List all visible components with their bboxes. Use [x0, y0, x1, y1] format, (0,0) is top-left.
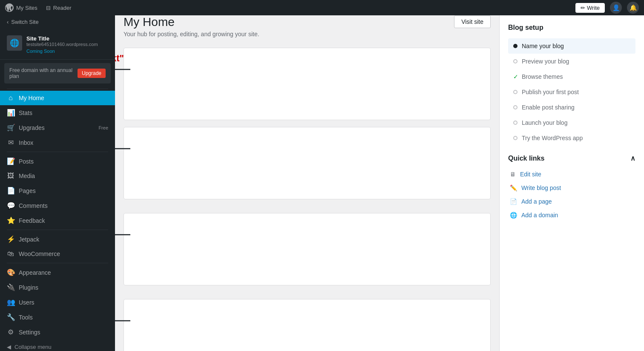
upgrade-button[interactable]: Upgrade	[78, 69, 106, 78]
sidebar-item-inbox[interactable]: ✉ Inbox	[0, 135, 115, 150]
nav-label-woocommerce: WooCommerce	[19, 250, 60, 257]
tools-icon: 🔧	[7, 313, 14, 321]
chevron-left-icon: ‹	[7, 19, 9, 25]
quick-link-label-add-domain: Add a domain	[521, 212, 558, 219]
layout: ‹ Switch Site 🌐 Site Title testsite64510…	[0, 15, 644, 351]
setup-dot-sharing	[513, 105, 518, 109]
nav-label-media: Media	[19, 173, 35, 179]
sidebar-item-pages[interactable]: 📄 Pages	[0, 183, 115, 198]
nav-divider-3	[7, 230, 108, 230]
my-sites-link[interactable]: My Sites	[5, 3, 37, 12]
setup-label-browse: Browse themes	[522, 73, 563, 80]
page-subtitle: Your hub for posting, editing, and growi…	[124, 31, 259, 37]
jetpack-icon: ⚡	[7, 235, 14, 243]
blog-setup-title: Blog setup	[508, 24, 635, 32]
setup-item-sharing[interactable]: Enable post sharing	[508, 100, 635, 115]
arrow-4-icon	[115, 312, 132, 329]
topbar-left: My Sites ⊟ Reader	[5, 3, 71, 12]
coming-soon-badge: Coming Soon	[26, 49, 55, 54]
users-icon: 👥	[7, 298, 14, 306]
my-sites-label: My Sites	[16, 5, 37, 11]
collapse-icon: ◀	[7, 344, 11, 350]
reader-icon: ⊟	[46, 5, 51, 11]
quick-link-label-write-post: Write blog post	[521, 184, 561, 191]
home-icon: ⌂	[7, 94, 14, 102]
sidebar-item-feedback[interactable]: ⭐ Feedback	[0, 213, 115, 228]
nav-label-comments: Comments	[19, 202, 48, 209]
setup-item-publish[interactable]: Publish your first post	[508, 84, 635, 100]
reader-link[interactable]: ⊟ Reader	[46, 5, 72, 11]
nav-divider-1	[7, 89, 108, 89]
sidebar: ‹ Switch Site 🌐 Site Title testsite64510…	[0, 15, 115, 351]
quick-link-add-page[interactable]: 📄 Add a page	[508, 195, 635, 208]
plugins-icon: 🔌	[7, 283, 14, 291]
sidebar-item-plugins[interactable]: 🔌 Plugins	[0, 280, 115, 295]
reader-label: Reader	[53, 5, 72, 11]
collapse-quick-links-icon[interactable]: ∧	[630, 154, 635, 162]
sidebar-item-tools[interactable]: 🔧 Tools	[0, 310, 115, 325]
nav-label-posts: Posts	[19, 158, 34, 165]
nav-label-plugins: Plugins	[19, 284, 38, 291]
pencil-icon: ✏	[581, 5, 585, 11]
sidebar-item-users[interactable]: 👥 Users	[0, 295, 115, 310]
sidebar-item-media[interactable]: 🖼 Media	[0, 169, 115, 183]
notifications-icon[interactable]: 🔔	[627, 2, 639, 14]
setup-label-launch: Launch your blog	[522, 119, 567, 126]
nav-label-tools: Tools	[19, 314, 33, 321]
quick-link-add-domain[interactable]: 🌐 Add a domain	[508, 208, 635, 222]
add-domain-icon: 🌐	[510, 212, 517, 219]
sidebar-item-upgrades[interactable]: 🛒 Upgrades Free	[0, 120, 115, 135]
quick-link-write-post[interactable]: ✏️ Write blog post	[508, 181, 635, 195]
nav-label-settings: Settings	[19, 329, 40, 336]
arrow-2-icon	[115, 140, 132, 157]
nav-divider-4	[7, 263, 108, 263]
inbox-icon: ✉	[7, 138, 14, 147]
setup-dot-publish	[513, 90, 518, 94]
nav-label-upgrades: Upgrades	[19, 124, 45, 131]
setup-label-sharing: Enable post sharing	[522, 104, 575, 111]
user-avatar[interactable]: 👤	[610, 2, 622, 14]
site-url: testsite645101460.wordpress.com	[26, 42, 108, 47]
nav-label-inbox: Inbox	[19, 139, 33, 146]
setup-item-launch[interactable]: Launch your blog	[508, 115, 635, 130]
media-icon: 🖼	[7, 172, 14, 180]
setup-item-app[interactable]: Try the WordPress app	[508, 130, 635, 146]
setup-dot-app	[513, 136, 518, 140]
collapse-menu-button[interactable]: ◀ Collapse menu	[0, 339, 115, 351]
setup-label-app: Try the WordPress app	[522, 135, 583, 141]
annotation-section-4: Visa och installera plugins och ladda up…	[124, 299, 491, 351]
collapse-label: Collapse menu	[14, 344, 52, 350]
setup-label-name: Name your blog	[522, 43, 564, 49]
sidebar-item-my-home[interactable]: ⌂ My Home	[0, 91, 115, 105]
sidebar-item-posts[interactable]: 📝 Posts	[0, 154, 115, 169]
setup-label-publish: Publish your first post	[522, 89, 579, 95]
sidebar-item-comments[interactable]: 💬 Comments	[0, 198, 115, 213]
wp-logo-icon	[5, 3, 14, 12]
setup-item-preview[interactable]: Preview your blog	[508, 54, 635, 69]
upgrades-icon: 🛒	[7, 124, 14, 132]
sidebar-item-woocommerce[interactable]: 🛍 WooCommerce	[0, 247, 115, 261]
nav-label-my-home: My Home	[19, 95, 44, 101]
sidebar-item-settings[interactable]: ⚙ Settings	[0, 325, 115, 339]
upgrade-banner-text: Free domain with an annual plan	[9, 67, 78, 79]
setup-dot-name	[513, 44, 518, 48]
setup-item-name[interactable]: Name your blog	[508, 38, 635, 54]
site-info: Site Title testsite645101460.wordpress.c…	[26, 35, 108, 54]
sidebar-item-stats[interactable]: 📊 Stats	[0, 105, 115, 120]
topbar: My Sites ⊟ Reader ✏ Write 👤 🔔	[0, 0, 644, 15]
feedback-icon: ⭐	[7, 216, 14, 224]
switch-site-button[interactable]: ‹ Switch Site	[0, 15, 115, 29]
arrow-3-icon	[115, 226, 132, 243]
quick-link-edit-site[interactable]: 🖥 Edit site	[508, 167, 635, 181]
nav-label-appearance: Appearance	[19, 269, 51, 276]
settings-icon: ⚙	[7, 328, 14, 336]
setup-item-browse[interactable]: ✓ Browse themes	[508, 69, 635, 84]
write-button[interactable]: ✏ Write	[575, 3, 605, 13]
visit-site-button[interactable]: Visit site	[454, 15, 491, 28]
right-panel: Blog setup Name your blog Preview your b…	[499, 15, 644, 351]
sidebar-item-jetpack[interactable]: ⚡ Jetpack	[0, 232, 115, 247]
nav-label-users: Users	[19, 299, 34, 306]
upgrades-badge: Free	[98, 125, 108, 130]
center-main: My Home Your hub for posting, editing, a…	[115, 15, 499, 351]
sidebar-item-appearance[interactable]: 🎨 Appearance	[0, 265, 115, 280]
